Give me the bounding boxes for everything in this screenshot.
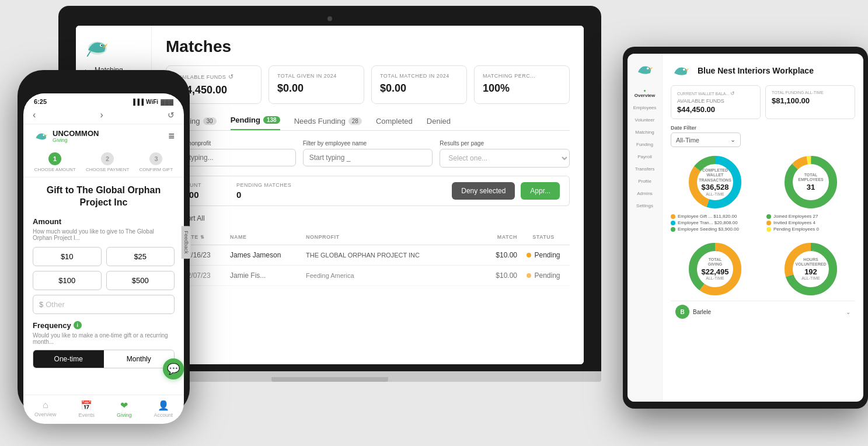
filter-results: Results per page Select one... (440, 140, 570, 168)
summary-pending: PENDING MATCHES 0 (236, 182, 291, 200)
tablet-stat-total-funding: TOTAL FUNDING ALL-TIME $81,100.00 (765, 85, 855, 119)
gift-title: Gift to The Global Orphan Project Inc (33, 184, 175, 209)
chart-legend-employees: Joined Employees 27 Invited Employees 4 … (766, 214, 855, 233)
freq-one-time-button[interactable]: One-time (33, 350, 104, 368)
home-icon: ⌂ (43, 400, 48, 410)
svg-point-3 (43, 134, 44, 136)
calendar-icon: 📅 (81, 400, 92, 411)
signal-icon: ▐▐▐ (131, 99, 144, 105)
amount-other-input[interactable]: $ Other (33, 295, 175, 314)
amount-buttons: $10 $25 $100 $500 (33, 247, 175, 290)
tablet-nav-matching[interactable]: Matching (628, 127, 662, 137)
refresh-icon[interactable]: ↺ (730, 90, 735, 96)
tab-needs-funding[interactable]: Needs Funding 28 (294, 117, 362, 130)
refresh-nav-icon[interactable]: ↺ (168, 110, 175, 120)
phone-nav-giving[interactable]: ❤ Giving (117, 400, 132, 418)
tablet-nav-profile[interactable]: Profile (628, 176, 662, 186)
refresh-icon[interactable]: ↺ (228, 73, 234, 81)
chart-hours-volunteered: HOURSVOLUNTEERED 192 ALL-TIME (766, 240, 855, 298)
status-dot-icon (527, 253, 531, 257)
app-logo-icon (33, 129, 50, 143)
tab-pending[interactable]: Pending 138 (231, 116, 280, 130)
summary-bar: AMOUNT $0.00 PENDING MATCHES 0 Deny sele… (166, 176, 570, 206)
tabs-row: Upcoming 30 Pending 138 Needs Funding 28 (166, 116, 570, 131)
chevron-down-icon[interactable]: ⌄ (846, 309, 850, 315)
donut-center-employees: TOTALEMPLOYEES 31 (798, 173, 824, 191)
frequency-section-title: Frequency i (33, 321, 175, 330)
charts-grid: COMPLETEDWALLETTRANSACTIONS $36,528 ALL-… (671, 153, 855, 298)
phone-nav-events[interactable]: 📅 Events (78, 400, 95, 418)
menu-icon[interactable]: ≡ (168, 130, 175, 142)
tab-denied[interactable]: Denied (427, 117, 451, 130)
date-filter: Date Filter All-Time ⌄ (671, 125, 855, 147)
tablet-nav-funding[interactable]: Funding (628, 140, 662, 149)
user-name: Barlele (693, 309, 711, 315)
giving-icon: ❤ (120, 400, 128, 411)
donut-center-wallet: COMPLETEDWALLETTRANSACTIONS $36,528 ALL-… (699, 168, 731, 196)
step-choose-amount[interactable]: 1 CHOOSE AMOUNT (34, 152, 76, 172)
tablet-nav-volunteer[interactable]: Volunteer (628, 115, 662, 125)
amount-10-button[interactable]: $10 (33, 247, 102, 266)
phone-nav: ‹ › ↺ (23, 107, 184, 124)
stat-matching-pct: MATCHING PERC... 100% (474, 65, 570, 104)
tab-completed[interactable]: Completed (376, 117, 413, 130)
tablet-nav-settings[interactable]: Settings (628, 201, 662, 211)
amount-500-button[interactable]: $500 (106, 271, 175, 290)
summary-actions: Deny selected Appr... (452, 182, 560, 200)
app-logo-icon (635, 61, 656, 78)
date-filter-select[interactable]: All-Time ⌄ (671, 133, 741, 147)
laptop-camera (327, 16, 332, 21)
phone-content: Gift to The Global Orphan Project Inc Am… (23, 177, 184, 395)
chat-bubble-button[interactable]: 💬 (163, 358, 184, 379)
amount-100-button[interactable]: $100 (33, 271, 102, 290)
phone-nav-overview[interactable]: ⌂ Overview (34, 400, 57, 418)
employee-search-input[interactable] (303, 149, 433, 166)
tablet-main: Blue Nest Interiors Workplace CURRENT WA… (663, 54, 863, 402)
export-all-button[interactable]: ⬇ Export All (166, 214, 570, 222)
tablet: Overview Employees Volunteer Matching Fu… (623, 47, 868, 409)
tablet-stat-wallet: CURRENT WALLET BALA... ↺ AVAILABLE FUNDS… (671, 85, 761, 119)
chart-total-giving: TOTALGIVING $22,495 ALL-TIME (671, 240, 759, 298)
chart-legend-wallet: Employee Gift ... $11,820.00 Employee Tr… (671, 214, 759, 233)
phone-nav-account[interactable]: 👤 Account (154, 400, 173, 418)
phone-screen: 6:25 ▐▐▐ WiFi ▓▓▓ ‹ › ↺ UNCOMMON (23, 93, 184, 424)
step-confirm-gift[interactable]: 3 CONFIRM GIFT (140, 152, 173, 172)
user-avatar: B (675, 305, 689, 319)
tablet-bottom-user: B Barlele ⌄ (671, 301, 855, 322)
tablet-nav-transfers[interactable]: Transfers (628, 164, 662, 174)
laptop-main-content: Matches AVAILABLE FUNDS ↺ $44,450.00 T (152, 26, 584, 364)
tablet-nav-overview[interactable]: Overview (628, 88, 662, 100)
phone: 6:25 ▐▐▐ WiFi ▓▓▓ ‹ › ↺ UNCOMMON (18, 70, 190, 414)
deny-selected-button[interactable]: Deny selected (452, 182, 515, 200)
battery-icon: ▓▓▓ (161, 99, 173, 105)
frequency-toggle: One-time Monthly (33, 350, 175, 368)
feedback-tab[interactable]: Feedback (182, 226, 191, 259)
tablet-nav-employees[interactable]: Employees (628, 103, 662, 113)
company-header: Blue Nest Interiors Workplace (671, 62, 855, 79)
amount-25-button[interactable]: $25 (106, 247, 175, 266)
tablet-nav-admins[interactable]: Admins (628, 189, 662, 198)
results-per-page-select[interactable]: Select one... (440, 149, 570, 168)
tablet-sidebar: Overview Employees Volunteer Matching Fu… (628, 54, 663, 402)
donut-center-hours: HOURSVOLUNTEERED 192 ALL-TIME (796, 257, 827, 280)
donut-chart-wallet: COMPLETEDWALLETTRANSACTIONS $36,528 ALL-… (686, 153, 744, 211)
forward-nav-icon[interactable]: › (100, 110, 103, 120)
donut-chart-employees: TOTALEMPLOYEES 31 (782, 153, 840, 211)
filter-employee: Filter by employee name (303, 140, 433, 168)
svg-point-5 (683, 68, 685, 71)
back-nav-icon[interactable]: ‹ (33, 110, 36, 120)
user-icon: 👤 (158, 400, 169, 411)
step-choose-payment[interactable]: 2 CHOOSE PAYMENT (86, 152, 129, 172)
chart-total-employees: TOTALEMPLOYEES 31 Joined Employees 27 (766, 153, 855, 233)
company-logo-icon (671, 62, 692, 79)
amount-section-title: Amount (33, 217, 175, 226)
approve-button[interactable]: Appr... (521, 182, 560, 200)
table-header: DATE ⇅ NAME NONPROFIT MATCH STATUS (166, 229, 570, 245)
donut-center-giving: TOTALGIVING $22,495 ALL-TIME (702, 257, 729, 280)
phone-bottom-nav: ⌂ Overview 📅 Events ❤ Giving 👤 Account (23, 395, 184, 424)
filters-row: Filter by nonprofit Filter by employee n… (166, 140, 570, 168)
app-logo: UNCOMMON Giving (33, 129, 99, 143)
phone-top-bar: UNCOMMON Giving ≡ (23, 124, 184, 148)
table-row: 12/16/23 James Jameson THE GLOBAL ORPHAN… (166, 245, 570, 266)
tablet-nav-payroll[interactable]: Payroll (628, 152, 662, 162)
